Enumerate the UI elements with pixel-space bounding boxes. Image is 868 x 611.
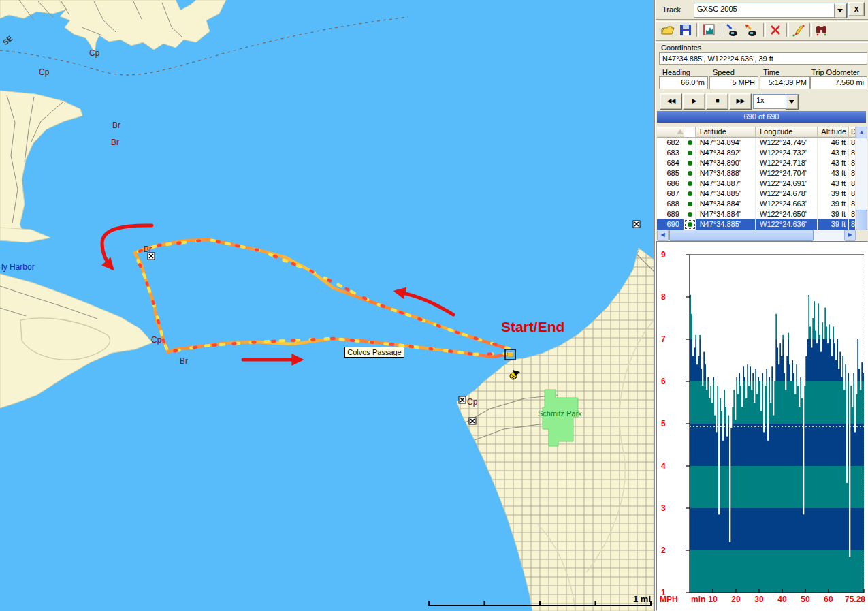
longitude-column-header[interactable]: Longitude: [756, 127, 818, 138]
marker-column-header[interactable]: [684, 127, 696, 138]
open-track-icon[interactable]: [660, 22, 676, 38]
speed-bar-gap: [743, 255, 744, 366]
speed-bar-gap: [773, 255, 774, 416]
speed-bar-gap: [733, 255, 735, 390]
speed-bar-gap: [858, 255, 860, 369]
speed-bar-gap: [769, 255, 770, 377]
speed-bar-gap: [698, 255, 699, 356]
speed-bar-gap: [777, 255, 778, 347]
table-row[interactable]: 687N47°34.885'W122°24.678'39 ft8: [657, 189, 856, 199]
hscroll-thumb[interactable]: [669, 230, 814, 241]
add-point-end-icon[interactable]: [724, 22, 740, 38]
map-canvas[interactable]: Schmitz Park CpCpCpCpBrBrBrBr ly Harbor …: [0, 0, 654, 611]
speed-bar-gap: [737, 255, 739, 394]
delete-point-icon[interactable]: [767, 22, 784, 38]
table-row[interactable]: 689N47°34.884'W122°24.650'39 ft8: [657, 209, 856, 219]
table-row[interactable]: 682N47°34.894'W122°24.745'46 ft8: [657, 138, 856, 148]
trackpoint-icon: [688, 161, 692, 166]
chevron-down-icon[interactable]: [786, 95, 799, 110]
play-button[interactable]: ▶: [683, 93, 705, 110]
speed-bar-gap: [736, 255, 737, 377]
save-track-icon[interactable]: [677, 22, 694, 38]
track-select[interactable]: GXSC 2005: [694, 3, 848, 18]
speed-bar-gap: [852, 255, 853, 407]
speed-bar-gap: [805, 255, 807, 356]
y-tick-label: 4: [661, 461, 666, 471]
speed-bar-gap: [784, 255, 785, 373]
table-row[interactable]: 684N47°34.890'W122°24.718'43 ft8: [657, 158, 856, 168]
step-forward-button[interactable]: ▶▶: [729, 93, 752, 110]
trackpoint-icon: [688, 181, 692, 186]
sort-column-header[interactable]: [657, 127, 684, 138]
add-point-start-icon[interactable]: [743, 22, 759, 38]
date-column-header[interactable]: D: [849, 127, 856, 138]
table-row[interactable]: 685N47°34.888'W122°24.704'43 ft8: [657, 168, 856, 178]
y-tick-label: 8: [661, 292, 666, 302]
chart-band: [690, 466, 864, 508]
speed-bar-gap: [854, 255, 856, 432]
waypoint-x-icon[interactable]: [459, 396, 466, 403]
speed-bar-gap: [823, 255, 824, 339]
speed-bar-gap: [740, 255, 741, 386]
step-back-button[interactable]: ◀◀: [660, 93, 682, 110]
table-row[interactable]: 690N47°34.885'W122°24.636'39 ft8: [657, 219, 856, 230]
time-label: Time: [763, 68, 779, 76]
speed-bar-gap: [766, 255, 767, 369]
scroll-up-icon[interactable]: ▲: [856, 127, 867, 138]
odometer-value: 7.560 mi: [810, 76, 867, 89]
speed-bar-gap: [779, 255, 781, 343]
speed-bar-gap: [843, 255, 845, 390]
speed-bar-gap: [838, 255, 839, 369]
speed-bar-gap: [747, 255, 748, 364]
playback-speed-select[interactable]: 1x: [753, 94, 799, 109]
speed-bar-gap: [741, 255, 743, 407]
profile-chart-icon[interactable]: [701, 22, 717, 38]
speed-bar-gap: [691, 255, 692, 314]
table-row[interactable]: 688N47°34.884'W122°24.663'39 ft8: [657, 199, 856, 209]
speed-bar-gap: [815, 255, 816, 331]
speed-bar-gap: [800, 255, 801, 377]
speed-bar-gap: [808, 255, 809, 295]
find-point-icon[interactable]: [814, 22, 830, 38]
speed-bar-gap: [705, 255, 706, 364]
speed-bar-gap: [842, 255, 843, 356]
close-panel-button[interactable]: x: [848, 2, 865, 16]
speed-bar-gap: [841, 255, 842, 377]
speed-bar-gap: [861, 255, 863, 362]
waypoint-x-icon[interactable]: [633, 221, 640, 228]
speed-bar-gap: [774, 255, 775, 381]
speed-bar-gap: [752, 255, 754, 373]
table-row[interactable]: 686N47°34.887'W122°24.691'43 ft8: [657, 178, 856, 189]
speed-bar-gap: [811, 255, 812, 347]
table-row[interactable]: 683N47°34.892'W122°24.732'43 ft8: [657, 148, 856, 158]
waypoint-x-icon[interactable]: [469, 418, 476, 424]
horizontal-scrollbar[interactable]: ◀ ▶: [657, 230, 856, 241]
speed-bar-gap: [797, 255, 799, 386]
speed-bar-gap: [703, 255, 705, 352]
edit-track-icon[interactable]: [790, 22, 807, 38]
speed-bar-gap: [694, 255, 695, 347]
x-tick-label: 30: [754, 595, 764, 604]
speed-bar-gap: [762, 255, 763, 373]
speed-bar-gap: [816, 255, 818, 343]
chevron-down-icon[interactable]: [834, 3, 847, 18]
altitude-column-header[interactable]: Altitude: [818, 127, 849, 138]
track-table-body: 682N47°34.894'W122°24.745'46 ft8683N47°3…: [657, 138, 856, 230]
vertical-scrollbar[interactable]: ▲ ▼: [856, 127, 867, 241]
stop-button[interactable]: ■: [706, 93, 728, 110]
vscroll-thumb[interactable]: [856, 210, 867, 230]
speed-bar-gap: [709, 255, 710, 398]
speed-bar-gap: [748, 255, 750, 386]
x-axis-unit-label: min: [691, 595, 705, 604]
chart-band: [690, 508, 864, 550]
speed-bar-gap: [725, 255, 726, 407]
speed-bar-gap: [853, 255, 854, 373]
scroll-left-icon[interactable]: ◀: [657, 230, 669, 241]
speed-bar-gap: [820, 255, 822, 352]
trackpoint-icon: [688, 140, 692, 145]
speed-bar-gap: [863, 255, 864, 373]
latitude-column-header[interactable]: Latitude: [696, 127, 756, 138]
speed-bar-gap: [728, 255, 729, 416]
scroll-right-icon[interactable]: ▶: [844, 230, 856, 241]
track-panel: Track GXSC 2005 x Coordinates N47°34.88: [656, 0, 868, 611]
